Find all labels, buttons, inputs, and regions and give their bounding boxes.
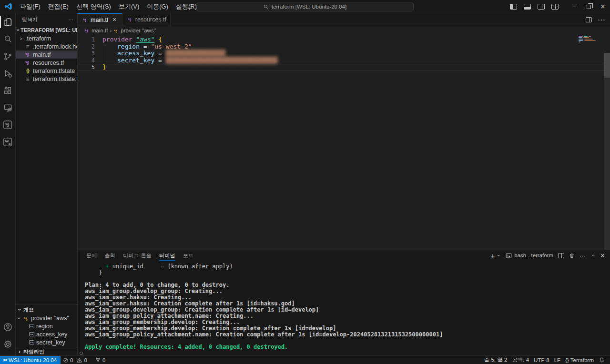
toggle-sidebar-icon[interactable]: [510, 4, 517, 10]
run-debug-icon[interactable]: [0, 65, 16, 82]
tab-terminal[interactable]: 터미널: [159, 250, 175, 261]
scrollbar-slider[interactable]: [604, 53, 610, 78]
editor-tabbar: main.tf ✕ resources.tf ···: [78, 13, 610, 26]
maximize-panel-icon[interactable]: ›: [590, 253, 596, 258]
tab-resources-tf[interactable]: resources.tf: [122, 13, 171, 26]
account-icon[interactable]: [0, 318, 16, 335]
broadcast-tower-icon: [95, 357, 101, 363]
new-terminal-icon[interactable]: +: [491, 252, 495, 260]
menu-edit[interactable]: 편집(E): [44, 0, 72, 13]
tab-problems[interactable]: 문제: [86, 250, 97, 261]
minimap[interactable]: [579, 36, 602, 43]
tab-debug-console[interactable]: 디버그 콘솔: [123, 250, 152, 261]
timeline-section[interactable]: › 타임라인: [16, 347, 77, 355]
sidebar-title: 탐색기: [22, 16, 38, 23]
symbol-field-icon: [29, 332, 34, 336]
breadcrumb-file[interactable]: main.tf: [92, 28, 108, 33]
token-redacted-value: ████████████████: [166, 50, 225, 57]
indentation-status[interactable]: 공백: 4: [509, 356, 531, 364]
encoding-status[interactable]: UTF-8: [531, 357, 552, 363]
token-equals: =: [154, 57, 165, 64]
file-terraform-tfstate[interactable]: {} terraform.tfstate: [16, 67, 77, 75]
file-icon: ≡: [24, 76, 31, 82]
file-dot-terraform[interactable]: › .terraform: [16, 34, 77, 42]
remote-indicator[interactable]: >< WSL: Ubuntu-20.04: [0, 356, 61, 364]
file-label: .terraform.lock.hcl: [33, 43, 77, 50]
terminal-selector[interactable]: bash - terraform: [506, 253, 553, 259]
outline-label: access_key: [36, 331, 67, 338]
ports-status[interactable]: 0: [92, 356, 108, 364]
window-title: terraform [WSL: Ubuntu-20.04]: [272, 4, 346, 10]
close-window-button[interactable]: ✕: [596, 0, 610, 13]
kill-terminal-icon[interactable]: [569, 253, 575, 259]
split-editor-icon[interactable]: [586, 17, 592, 22]
token-keyword: provider: [102, 36, 136, 43]
outline-label: provider "aws": [31, 315, 69, 322]
outline-access-key[interactable]: access_key: [16, 330, 77, 338]
restore-button[interactable]: [581, 0, 596, 13]
terraform-cloud-icon[interactable]: [0, 133, 16, 151]
back-icon[interactable]: ←: [187, 3, 194, 11]
code-line-2: 2 region = "us-west-2": [78, 43, 610, 51]
terraform-extension-icon[interactable]: [0, 116, 16, 133]
terminal-dropdown-icon[interactable]: ›: [496, 253, 501, 258]
outline-secret-key[interactable]: secret_key: [16, 338, 77, 346]
code-line-1: 1 provider "aws" {: [78, 36, 610, 43]
language-mode-status[interactable]: {} Terraform: [563, 357, 596, 363]
title-bar: 파일(F) 편집(E) 선택 영역(S) 보기(V) 이동(G) 실행(R) ·…: [0, 0, 610, 13]
remote-label: WSL: Ubuntu-20.04: [9, 357, 57, 363]
eol-status[interactable]: LF: [552, 357, 563, 363]
file-main-tf[interactable]: main.tf: [16, 51, 77, 59]
editor-more-icon[interactable]: ···: [598, 16, 605, 24]
search-sidebar-icon[interactable]: [0, 30, 16, 48]
panel-more-icon[interactable]: ···: [580, 252, 586, 259]
terminal-content[interactable]: + unique_id = (known after apply) } Plan…: [78, 263, 610, 355]
tab-ports[interactable]: 포트: [183, 250, 194, 261]
minimize-button[interactable]: ─: [567, 0, 581, 13]
file-terraform-lock-hcl[interactable]: ≡ .terraform.lock.hcl: [16, 42, 77, 51]
problems-status[interactable]: 0 0: [61, 356, 90, 364]
file-resources-tf[interactable]: resources.tf: [16, 59, 77, 67]
token-brace: {: [155, 36, 163, 43]
warning-icon: [76, 357, 82, 363]
sidebar-more-icon[interactable]: ···: [68, 17, 73, 22]
remote-explorer-icon[interactable]: [0, 99, 16, 116]
tab-output[interactable]: 출력: [105, 250, 116, 261]
settings-gear-icon[interactable]: [0, 335, 16, 353]
customize-layout-icon[interactable]: [551, 4, 559, 10]
workspace-section-header[interactable]: › TERRAFORM [WSL: UBUN...: [16, 26, 77, 34]
command-center-search[interactable]: terraform [WSL: Ubuntu-20.04]: [196, 2, 414, 11]
close-panel-icon[interactable]: ✕: [600, 252, 605, 259]
code-editor[interactable]: 1 provider "aws" { 2 region = "us-west-2…: [78, 35, 610, 250]
close-tab-icon[interactable]: ✕: [111, 16, 118, 24]
token-brace: }: [102, 63, 106, 71]
token-provider-link[interactable]: "aws": [136, 36, 154, 43]
terraform-file-icon: [82, 17, 88, 23]
outline-header[interactable]: › 개요: [16, 305, 77, 314]
source-control-icon[interactable]: [0, 48, 16, 65]
breadcrumb-symbol[interactable]: provider "aws": [121, 28, 155, 33]
editor-scrollbar[interactable]: [604, 53, 610, 255]
command-decoration-icon[interactable]: [80, 352, 83, 355]
menu-go[interactable]: 이동(G): [143, 0, 172, 13]
split-terminal-icon[interactable]: [558, 253, 564, 258]
terraform-file-icon: [84, 28, 90, 33]
menu-file[interactable]: 파일(F): [16, 0, 44, 13]
tab-main-tf[interactable]: main.tf ✕: [78, 13, 122, 26]
outline-region[interactable]: region: [16, 322, 77, 330]
toggle-secondary-sidebar-icon[interactable]: [538, 4, 545, 10]
menu-view[interactable]: 보기(V): [115, 0, 143, 13]
outline-provider-aws[interactable]: › provider "aws": [16, 314, 77, 322]
menu-selection[interactable]: 선택 영역(S): [72, 0, 115, 13]
cursor-position-status[interactable]: 줄 5, 열 2: [482, 356, 510, 364]
notifications-bell[interactable]: [596, 357, 607, 363]
token-string: "us-west-2": [151, 43, 192, 50]
explorer-icon[interactable]: [0, 13, 16, 30]
file-terraform-tfstate-backup[interactable]: ≡ terraform.tfstate.back...: [16, 75, 77, 83]
terminal-name: bash - terraform: [514, 253, 553, 258]
toggle-panel-icon[interactable]: [524, 4, 531, 10]
line-number: 2: [78, 43, 95, 51]
warning-count: 0: [84, 357, 87, 363]
symbol-field-icon: [29, 340, 34, 344]
extensions-icon[interactable]: [0, 82, 16, 99]
